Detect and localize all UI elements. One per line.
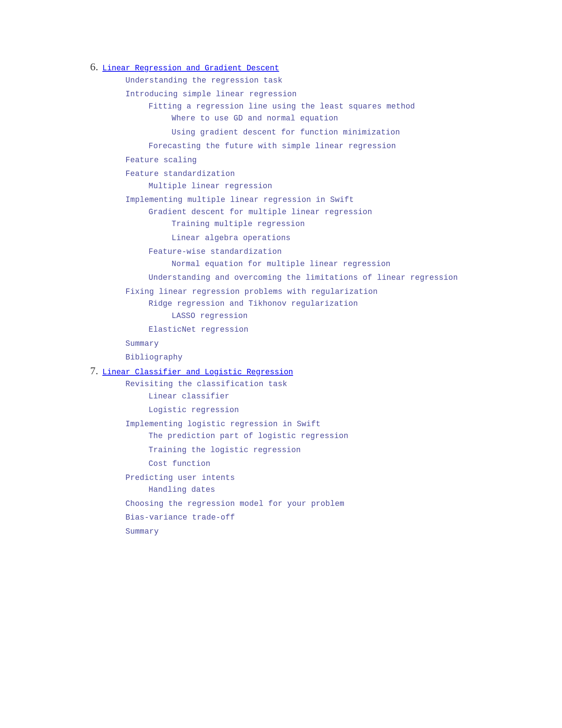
toc-link-fitting-a-regression-line-using-the-leas[interactable]: Fitting a regression line using the leas… (149, 102, 415, 111)
toc-item: Where to use GD and normal equation (172, 115, 562, 123)
toc-sublist: Linear classifierLogistic regression (125, 393, 562, 414)
toc-item: Training multiple regression (172, 220, 562, 228)
toc-sublist: Multiple linear regression (125, 182, 562, 190)
toc-item: Ridge regression and Tikhonov regulariza… (149, 300, 562, 320)
toc-link-linear-classifier[interactable]: Linear classifier (149, 392, 229, 401)
toc-item: Normal equation for multiple linear regr… (172, 260, 562, 268)
toc-item: Feature scaling (125, 156, 562, 164)
toc-link-feature-wise-standardization[interactable]: Feature-wise standardization (149, 247, 282, 256)
toc-item: Fitting a regression line using the leas… (149, 103, 562, 137)
toc-item: Feature-wise standardizationNormal equat… (149, 248, 562, 268)
table-of-contents: Linear Regression and Gradient DescentUn… (0, 61, 562, 535)
toc-item: Logistic regression (149, 406, 562, 414)
toc-item: The prediction part of logistic regressi… (149, 432, 562, 440)
toc-link-revisiting-the-classification-task[interactable]: Revisiting the classification task (125, 380, 287, 388)
toc-link-feature-scaling[interactable]: Feature scaling (125, 156, 197, 164)
toc-link-training-multiple-regression[interactable]: Training multiple regression (172, 220, 305, 228)
toc-item: Implementing multiple linear regression … (125, 196, 562, 282)
toc-sublist: Ridge regression and Tikhonov regulariza… (125, 300, 562, 334)
toc-sublist: Fitting a regression line using the leas… (125, 103, 562, 150)
toc-link-gradient-descent-for-multiple-linear-reg[interactable]: Gradient descent for multiple linear reg… (149, 208, 372, 216)
toc-link-lasso-regression[interactable]: LASSO regression (172, 312, 248, 320)
toc-item: Predicting user intentsHandling dates (125, 474, 562, 494)
toc-item: Linear algebra operations (172, 234, 562, 242)
toc-chapter-link-linear-classifier-and-logistic-regressio[interactable]: Linear Classifier and Logistic Regressio… (102, 368, 293, 376)
toc-link-introducing-simple-linear-regression[interactable]: Introducing simple linear regression (125, 90, 297, 98)
toc-sublist: Training multiple regressionLinear algeb… (149, 220, 562, 242)
toc-link-understanding-the-regression-task[interactable]: Understanding the regression task (125, 76, 283, 85)
toc-item: Feature standardizationMultiple linear r… (125, 170, 562, 190)
toc-link-handling-dates[interactable]: Handling dates (149, 485, 215, 494)
toc-link-fixing-linear-regression-problems-with-r[interactable]: Fixing linear regression problems with r… (125, 287, 378, 296)
toc-item: Handling dates (149, 486, 562, 494)
toc-chapter-6: Linear Regression and Gradient DescentUn… (101, 61, 562, 362)
toc-chapter-7: Linear Classifier and Logistic Regressio… (101, 365, 562, 536)
toc-sublist: Where to use GD and normal equationUsing… (149, 115, 562, 136)
toc-item: Training the logistic regression (149, 446, 562, 454)
toc-link-ridge-regression-and-tikhonov-regulariza[interactable]: Ridge regression and Tikhonov regulariza… (149, 299, 358, 308)
toc-item: Choosing the regression model for your p… (125, 500, 562, 508)
toc-link-understanding-and-overcoming-the-limitat[interactable]: Understanding and overcoming the limitat… (149, 273, 458, 282)
toc-link-summary[interactable]: Summary (125, 339, 159, 348)
toc-link-predicting-user-intents[interactable]: Predicting user intents (125, 473, 235, 482)
toc-link-logistic-regression[interactable]: Logistic regression (149, 406, 239, 414)
toc-link-summary[interactable]: Summary (125, 527, 159, 536)
toc-link-the-prediction-part-of-logistic-regressi[interactable]: The prediction part of logistic regressi… (149, 432, 349, 440)
toc-chapter-link-linear-regression-and-gradient-descent[interactable]: Linear Regression and Gradient Descent (102, 64, 279, 72)
toc-item: Gradient descent for multiple linear reg… (149, 208, 562, 242)
toc-item: Implementing logistic regression in Swif… (125, 420, 562, 468)
toc-link-choosing-the-regression-model-for-your-p[interactable]: Choosing the regression model for your p… (125, 499, 344, 508)
toc-item: Fixing linear regression problems with r… (125, 288, 562, 334)
toc-sublist: LASSO regression (149, 312, 562, 320)
toc-link-normal-equation-for-multiple-linear-regr[interactable]: Normal equation for multiple linear regr… (172, 260, 390, 268)
toc-item: Linear classifier (149, 393, 562, 401)
toc-link-where-to-use-gd-and-normal-equation[interactable]: Where to use GD and normal equation (172, 114, 338, 123)
toc-item: ElasticNet regression (149, 326, 562, 334)
toc-link-using-gradient-descent-for-function-mini[interactable]: Using gradient descent for function mini… (172, 128, 400, 137)
toc-link-feature-standardization[interactable]: Feature standardization (125, 169, 235, 178)
toc-link-forecasting-the-future-with-simple-linea[interactable]: Forecasting the future with simple linea… (149, 142, 396, 150)
toc-link-elasticnet-regression[interactable]: ElasticNet regression (149, 325, 248, 334)
toc-item: Forecasting the future with simple linea… (149, 142, 562, 150)
toc-sublist: Handling dates (125, 486, 562, 494)
toc-item: Cost function (149, 460, 562, 468)
toc-sublist: Understanding the regression taskIntrodu… (102, 77, 562, 362)
toc-item: Summary (125, 340, 562, 348)
toc-item: Multiple linear regression (149, 182, 562, 190)
toc-link-multiple-linear-regression[interactable]: Multiple linear regression (149, 182, 272, 190)
toc-item: LASSO regression (172, 312, 562, 320)
toc-sublist: Gradient descent for multiple linear reg… (125, 208, 562, 282)
toc-link-implementing-multiple-linear-regression-[interactable]: Implementing multiple linear regression … (125, 195, 354, 204)
toc-link-training-the-logistic-regression[interactable]: Training the logistic regression (149, 446, 301, 454)
toc-link-implementing-logistic-regression-in-swif[interactable]: Implementing logistic regression in Swif… (125, 420, 320, 428)
toc-item: Understanding the regression task (125, 77, 562, 85)
toc-item: Understanding and overcoming the limitat… (149, 274, 562, 282)
toc-item: Bibliography (125, 354, 562, 362)
toc-link-linear-algebra-operations[interactable]: Linear algebra operations (172, 234, 291, 242)
toc-link-bias-variance-trade-off[interactable]: Bias-variance trade-off (125, 513, 235, 522)
toc-item: Introducing simple linear regressionFitt… (125, 91, 562, 150)
toc-item: Using gradient descent for function mini… (172, 129, 562, 137)
toc-item: Summary (125, 528, 562, 536)
toc-item: Revisiting the classification taskLinear… (125, 380, 562, 414)
toc-sublist: Normal equation for multiple linear regr… (149, 260, 562, 268)
toc-link-cost-function[interactable]: Cost function (149, 459, 211, 468)
toc-sublist: Revisiting the classification taskLinear… (102, 380, 562, 535)
toc-link-bibliography[interactable]: Bibliography (125, 353, 182, 362)
toc-sublist: The prediction part of logistic regressi… (125, 432, 562, 468)
toc-item: Bias-variance trade-off (125, 514, 562, 522)
